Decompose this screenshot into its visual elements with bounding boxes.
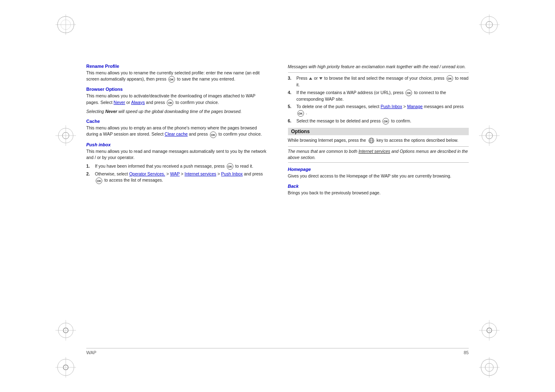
- never-link: Never: [114, 100, 125, 105]
- footer-right: 85: [464, 350, 469, 355]
- item-2-num: 2.: [86, 171, 93, 184]
- ok-icon-9: OK: [382, 118, 389, 125]
- right-item-5: 5. To delete one of the push messages, s…: [288, 104, 469, 116]
- back-body: Brings you back to the previously browse…: [288, 190, 469, 196]
- push-inbox-link-2: Push Inbox: [380, 104, 402, 109]
- operator-services-link: Operator Services.: [129, 171, 165, 176]
- right-numbered-list: 3. Press or to browse the list and selec…: [288, 75, 469, 125]
- italic-common-text: The menus that are common to both: [288, 149, 359, 154]
- corner-decoration-ml-t: [53, 123, 78, 148]
- push-inbox-link: Push Inbox: [221, 171, 243, 176]
- item-1-num: 1.: [86, 163, 93, 170]
- push-inbox-list: 1. If you have been informed that you re…: [86, 163, 267, 184]
- ok-icon-5: OK: [96, 178, 102, 184]
- cache-body: This menu allows you to empty an area of…: [86, 125, 267, 138]
- corner-decoration-ml-b: [53, 318, 78, 343]
- corner-decoration-tl: [53, 12, 78, 37]
- item-5-text: To delete one of the push messages, sele…: [297, 104, 469, 116]
- item-3-num: 3.: [288, 75, 295, 88]
- ok-icon-6: OK: [447, 75, 453, 82]
- back-heading: Back: [288, 184, 469, 189]
- arrow-down-icon: [319, 77, 322, 80]
- browser-options-body: This menu allows you to activate/deactiv…: [86, 93, 267, 106]
- manage-link: Manage: [407, 104, 423, 109]
- page-content: Rename Profile This menu allows you to r…: [86, 64, 469, 339]
- right-item-6: 6. Select the message to be deleted and …: [288, 118, 469, 125]
- page-footer: WAP 85: [86, 348, 469, 355]
- ok-icon-4: OK: [227, 163, 233, 170]
- ok-icon-3: OK: [210, 131, 216, 138]
- push-inbox-item-2: 2. Otherwise, select Operator Services. …: [86, 171, 267, 184]
- homepage-body: Gives you direct access to the Homepage …: [288, 173, 469, 179]
- always-link: Always: [131, 100, 145, 105]
- homepage-heading: Homepage: [288, 167, 469, 172]
- ok-icon-7: OK: [405, 90, 412, 96]
- rename-profile-heading: Rename Profile: [86, 64, 267, 69]
- push-inbox-heading: Push inbox: [86, 142, 267, 147]
- browser-options-italic: Selecting Never will speed up the global…: [86, 108, 267, 115]
- push-inbox-item-1: 1. If you have been informed that you re…: [86, 163, 267, 170]
- right-item-3: 3. Press or to browse the list and selec…: [288, 75, 469, 88]
- cache-heading: Cache: [86, 119, 267, 124]
- wap-link: WAP: [170, 171, 180, 176]
- item-1-text: If you have been informed that you recei…: [95, 163, 253, 170]
- options-body: While browsing Internet pages, press the…: [288, 137, 469, 144]
- item-4-num: 4.: [288, 90, 295, 102]
- corner-decoration-bl: [53, 355, 78, 380]
- corner-decoration-mr-b: [477, 318, 502, 343]
- left-column: Rename Profile This menu allows you to r…: [86, 64, 272, 339]
- arrow-up-icon: [309, 77, 312, 80]
- footer-left: WAP: [86, 350, 97, 355]
- globe-icon: [368, 137, 375, 144]
- options-italic: Options: [400, 149, 415, 154]
- push-inbox-body: This menu allows you to read and manage …: [86, 148, 267, 161]
- right-italic-top: Messages with high priority feature an e…: [288, 64, 469, 73]
- corner-decoration-tr: [477, 12, 502, 37]
- rename-profile-body: This menu allows you to rename the curre…: [86, 70, 267, 83]
- corner-decoration-mr-t: [477, 123, 502, 148]
- italic-common: The menus that are common to both Intern…: [288, 146, 469, 163]
- item-4-text: If the message contains a WAP address (o…: [297, 90, 469, 102]
- right-column: Messages with high priority feature an e…: [284, 64, 469, 339]
- item-6-text: Select the message to be deleted and pre…: [297, 118, 412, 125]
- ok-icon-8: OK: [297, 110, 304, 117]
- item-3-text: Press or to browse the list and select t…: [297, 75, 469, 88]
- internet-services-italic: Internet services: [359, 149, 390, 154]
- right-item-4: 4. If the message contains a WAP address…: [288, 90, 469, 102]
- clear-cache-link: Clear cache: [165, 131, 188, 136]
- internet-services-link: Internet services: [184, 171, 216, 176]
- item-6-num: 6.: [288, 118, 295, 125]
- options-label: Options: [291, 129, 310, 134]
- corner-decoration-br: [477, 355, 502, 380]
- browser-options-heading: Browser Options: [86, 87, 267, 92]
- options-box: Options: [288, 128, 469, 135]
- item-2-text: Otherwise, select Operator Services. > W…: [95, 171, 267, 184]
- item-5-num: 5.: [288, 104, 295, 116]
- ok-icon-2: OK: [167, 99, 173, 106]
- ok-icon-1: OK: [168, 76, 175, 83]
